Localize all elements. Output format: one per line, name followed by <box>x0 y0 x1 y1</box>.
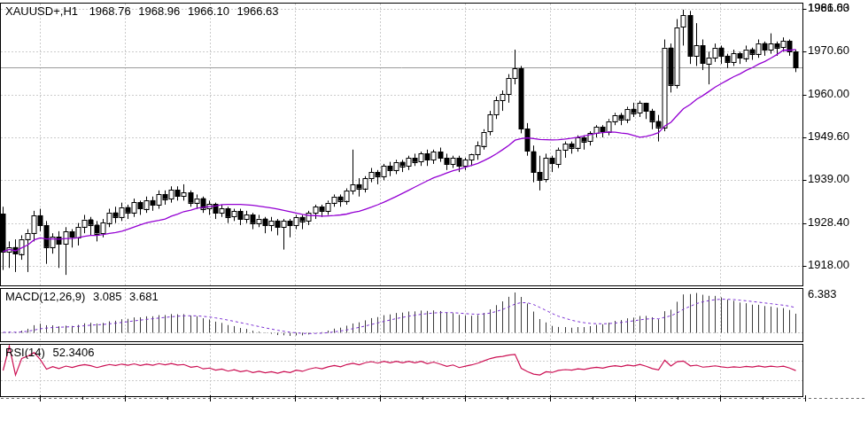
bar-high-value: 1968.96 <box>138 4 180 18</box>
macd-header: MACD(12,26,9) 3.085 3.681 <box>5 290 163 303</box>
mt4-chart-window: XAUUSD+,H1 1968.76 1968.96 1966.10 1966.… <box>0 0 868 421</box>
price-axis-label: 1939.00 <box>808 173 849 185</box>
symbol-period-label: XAUUSD+,H1 <box>5 4 78 18</box>
macd-axis-label: 6.383 <box>808 288 837 300</box>
chart-header: XAUUSD+,H1 1968.76 1968.96 1966.10 1966.… <box>5 4 283 18</box>
chart-canvas[interactable] <box>0 0 868 421</box>
price-axis-label: 1918.00 <box>808 259 849 271</box>
price-axis-label: 1970.60 <box>808 44 849 57</box>
bar-low-value: 1966.10 <box>188 4 229 18</box>
macd-main-value: 3.085 <box>93 290 122 303</box>
price-axis-label: 1949.60 <box>808 130 849 143</box>
rsi-label: RSI(14) <box>5 346 45 359</box>
time-axis[interactable] <box>0 397 868 421</box>
price-axis-label: 1960.00 <box>808 88 849 100</box>
current-price-badge: 1966.63 <box>802 0 868 15</box>
bar-close-value: 1966.63 <box>237 4 279 18</box>
price-axis-label: 1928.40 <box>808 216 849 229</box>
rsi-header: RSI(14) 52.3406 <box>5 346 98 359</box>
bar-open-value: 1968.76 <box>89 4 131 18</box>
macd-label: MACD(12,26,9) <box>5 290 85 303</box>
macd-signal-value: 3.681 <box>129 290 159 303</box>
rsi-value: 52.3406 <box>52 346 94 359</box>
price-scale[interactable]: 1981.001970.601960.001949.601939.001928.… <box>803 0 868 397</box>
current-price-value: 1966.63 <box>808 1 849 14</box>
